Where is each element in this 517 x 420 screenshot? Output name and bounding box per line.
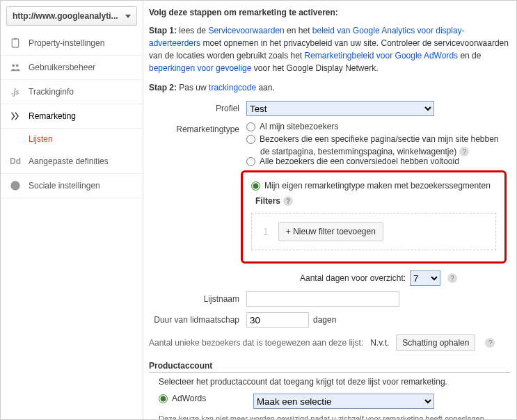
page-heading: Volg deze stappen om remarketing te acti… xyxy=(149,8,511,17)
nav-label: Gebruikersbeheer xyxy=(29,63,95,72)
help-icon[interactable]: ? xyxy=(485,338,495,348)
product-desc: Selecteer het productaccount dat toegang… xyxy=(159,377,511,387)
label-listname: Lijstnaam xyxy=(149,291,246,304)
input-listname[interactable] xyxy=(246,291,399,307)
help-icon[interactable]: ? xyxy=(447,273,457,283)
footer-note: Deze keuze kan niet meer worden gewijzig… xyxy=(159,414,511,419)
section-product: Productaccount xyxy=(149,361,212,371)
input-duration[interactable] xyxy=(246,312,309,328)
nav-label: Sociale instellingen xyxy=(29,181,100,191)
step-1: Stap 1: lees de Servicevoorwaarden en he… xyxy=(149,24,511,74)
radio-label: Mijn eigen remarketingtype maken met bez… xyxy=(264,181,491,191)
step1-label: Stap 1: xyxy=(149,26,177,35)
help-icon[interactable]: ? xyxy=(459,147,469,156)
adwords-label: AdWords xyxy=(172,394,206,403)
radio-all-visitors[interactable] xyxy=(246,122,255,131)
nav-tracking[interactable]: .js Trackinginfo xyxy=(1,80,143,104)
highlighted-section: Mijn eigen remarketingtype maken met bez… xyxy=(241,170,507,264)
select-profile[interactable]: Test xyxy=(246,101,434,116)
sidebar: http://www.googleanalyti... Property-ins… xyxy=(1,1,143,419)
globe-icon xyxy=(9,181,22,191)
label-duration: Duur van lidmaatschap xyxy=(149,312,246,325)
chevron-down-icon xyxy=(125,15,131,18)
nav-label: Aangepaste definities xyxy=(29,156,109,166)
radio-label: Alle bezoekers die een conversiedoel heb… xyxy=(260,156,459,166)
select-adwords-account[interactable]: Maak een selectie xyxy=(253,394,434,409)
duration-unit: dagen xyxy=(313,315,336,325)
property-selector[interactable]: http://www.googleanalyti... xyxy=(6,6,137,26)
label-profile: Profiel xyxy=(149,101,246,113)
step-2: Stap 2: Pas uw trackingcode aan. xyxy=(149,81,511,94)
radio-adwords[interactable] xyxy=(159,394,168,403)
users-icon xyxy=(9,63,22,72)
svg-point-3 xyxy=(16,64,19,67)
link-trackingcode[interactable]: trackingcode xyxy=(209,83,256,92)
link-restrictions[interactable]: beperkingen voor gevoelige xyxy=(149,63,251,73)
nav-label: Trackinginfo xyxy=(29,87,74,97)
dd-icon: Dd xyxy=(9,156,22,166)
nav-remarketing[interactable]: Remarketing xyxy=(1,104,143,129)
nav-property-settings[interactable]: Property-instellingen xyxy=(1,31,143,56)
radio-conversion[interactable] xyxy=(246,157,255,166)
label-days: Aantal dagen voor overzicht: xyxy=(300,273,406,283)
label-type: Remarketingtype xyxy=(149,122,246,134)
nav-social[interactable]: Sociale instellingen xyxy=(1,174,143,198)
radio-custom-segments[interactable] xyxy=(251,181,260,191)
clipboard-icon xyxy=(9,38,22,48)
unique-value: N.v.t. xyxy=(370,338,389,348)
svg-point-2 xyxy=(12,64,15,67)
radio-hint: de startpagina, bestemmingspagina, winke… xyxy=(260,147,456,156)
radio-label: Al mijn sitebezoekers xyxy=(260,122,338,131)
radio-specific-page[interactable] xyxy=(246,135,255,144)
svg-rect-1 xyxy=(14,38,17,40)
nav-users[interactable]: Gebruikersbeheer xyxy=(1,56,143,80)
add-filter-button[interactable]: + Nieuw filter toevoegen xyxy=(278,222,383,241)
step2-label: Stap 2: xyxy=(149,83,177,92)
nav-sub-lists[interactable]: Lijsten xyxy=(1,129,143,150)
svg-rect-0 xyxy=(12,39,18,47)
estimate-button[interactable]: Schatting ophalen xyxy=(396,334,475,351)
property-url: http://www.googleanalyti... xyxy=(13,11,118,21)
link-terms[interactable]: Servicevoorwaarden xyxy=(208,26,284,35)
remarketing-icon xyxy=(9,111,22,121)
nav-label: Remarketing xyxy=(29,111,76,121)
nav-custom-definitions[interactable]: Dd Aangepaste definities xyxy=(1,150,143,174)
select-days[interactable]: 7 xyxy=(410,270,440,286)
filter-number: 1 xyxy=(263,226,269,237)
nav-label: Property-instellingen xyxy=(29,38,104,48)
radio-label: Bezoekers die een specifieke pagina/sect… xyxy=(260,134,499,144)
filter-dropzone: 1 + Nieuw filter toevoegen xyxy=(251,213,496,250)
main-content: Volg deze stappen om remarketing te acti… xyxy=(143,1,516,419)
filters-heading: Filters xyxy=(255,196,280,206)
link-adwords-policy[interactable]: Remarketingbeleid voor Google AdWords xyxy=(304,51,458,60)
label-unique: Aantal unieke bezoekers dat is toegeweze… xyxy=(149,338,363,348)
js-icon: .js xyxy=(9,87,22,97)
help-icon[interactable]: ? xyxy=(283,196,293,206)
